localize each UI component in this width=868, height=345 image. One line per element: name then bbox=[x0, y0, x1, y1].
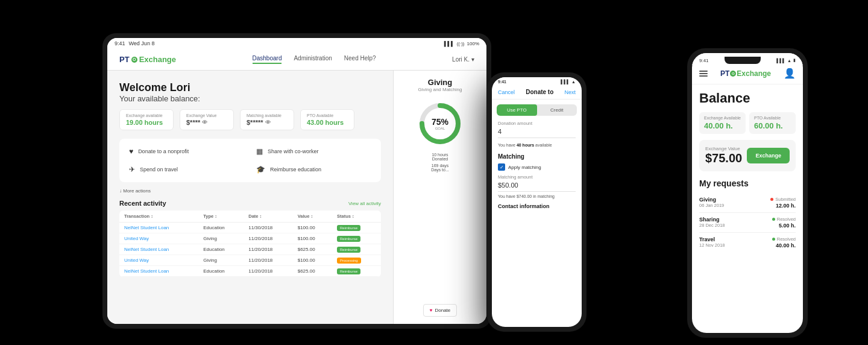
matching-available-label: Matching available bbox=[247, 113, 288, 118]
phone2-exchange-available-label: Exchange Available bbox=[704, 116, 741, 120]
request-title: Sharing bbox=[699, 217, 725, 223]
eye-icon-2[interactable]: 👁 bbox=[265, 119, 271, 125]
exchange-button[interactable]: Exchange bbox=[747, 148, 790, 163]
transaction-type: Education bbox=[198, 223, 244, 233]
phone2-device: 9:41 ▌▌▌ ▲ ▮ PTOExchange 👤 Balance bbox=[687, 48, 808, 338]
transaction-type: Education bbox=[198, 266, 244, 277]
transaction-name[interactable]: United Way bbox=[119, 233, 198, 244]
col-status[interactable]: Status ↕ bbox=[332, 210, 381, 223]
phone2-logo-exchange: Exchange bbox=[737, 69, 771, 78]
action-donate[interactable]: ♥ Donate to a nonprofit bbox=[124, 144, 249, 159]
transaction-type: Education bbox=[198, 244, 244, 255]
tablet-time-date: 9:41 Wed Jun 8 bbox=[115, 40, 154, 46]
donate-to-title: Donate to bbox=[526, 89, 553, 95]
apply-matching-label: Apply matching bbox=[508, 165, 541, 170]
transaction-status: Reimburse bbox=[332, 233, 381, 244]
battery-level: 100% bbox=[467, 41, 479, 46]
tablet-time: 9:41 bbox=[115, 40, 125, 46]
apply-matching-row: ✓ Apply matching bbox=[498, 163, 576, 171]
heart-icon: ♥ bbox=[129, 147, 133, 156]
transaction-date: 11/30/2018 bbox=[244, 223, 292, 233]
table-row: NelNet Student Loan Education 11/20/2018… bbox=[119, 266, 381, 277]
phone1-tabs: Use PTO Credit bbox=[497, 104, 577, 116]
my-requests-title: My requests bbox=[699, 179, 796, 188]
transaction-name[interactable]: NelNet Student Loan bbox=[119, 244, 198, 255]
transaction-status: Processing bbox=[332, 255, 381, 266]
pto-available-label: PTO Available bbox=[307, 113, 348, 118]
request-left: Travel 12 Nov 2018 bbox=[699, 236, 725, 248]
request-title: Travel bbox=[699, 236, 725, 242]
tab-use-pto[interactable]: Use PTO bbox=[497, 104, 537, 116]
wifi-icon-p2: ▲ bbox=[787, 59, 791, 63]
transaction-name[interactable]: United Way bbox=[119, 255, 198, 266]
transaction-value: $625.00 bbox=[293, 244, 332, 255]
table-row: NelNet Student Loan Education 11/20/2018… bbox=[119, 244, 381, 255]
logo-exchange: Exchange bbox=[139, 55, 176, 64]
giving-title: Giving bbox=[428, 78, 452, 87]
travel-icon: ✈ bbox=[129, 165, 135, 174]
tablet-nav-links: Dashboard Administration Need Help? bbox=[194, 55, 434, 64]
hamburger-menu[interactable] bbox=[699, 71, 708, 77]
status-dot bbox=[772, 238, 775, 241]
share-icon: ▦ bbox=[256, 147, 263, 156]
eye-icon[interactable]: 👁 bbox=[202, 119, 207, 125]
nav-administration[interactable]: Administration bbox=[294, 55, 332, 64]
days-info: 169 days Days to... bbox=[431, 163, 449, 172]
transaction-date: 11/20/2018 bbox=[244, 255, 292, 266]
transaction-type: Giving bbox=[198, 255, 244, 266]
tablet-nav-user[interactable]: Lori K. ▾ bbox=[452, 56, 474, 63]
next-button[interactable]: Next bbox=[564, 89, 576, 95]
phone1-device: 9:41 ▌▌▌ ▲ Cancel Donate to Next Use PTO… bbox=[487, 72, 587, 332]
request-date: 28 Dec 2018 bbox=[699, 223, 725, 228]
transaction-name[interactable]: NelNet Student Loan bbox=[119, 266, 198, 277]
nav-help[interactable]: Need Help? bbox=[344, 55, 376, 64]
donation-amount-value[interactable]: 4 bbox=[498, 128, 576, 138]
hamburger-line-3 bbox=[699, 75, 708, 77]
phone2-pto-available-value: 60.00 h. bbox=[754, 121, 791, 130]
col-type[interactable]: Type ↕ bbox=[198, 210, 244, 223]
action-share[interactable]: ▦ Share with co-worker bbox=[251, 144, 376, 159]
available-hours-text: You have 40 hours available bbox=[498, 143, 576, 147]
phone2-nav: PTOExchange 👤 bbox=[692, 65, 803, 84]
action-travel-label: Spend on travel bbox=[140, 166, 178, 172]
nav-dashboard[interactable]: Dashboard bbox=[253, 55, 282, 64]
transaction-value: $625.00 bbox=[293, 266, 332, 277]
donated-info: 10 hours Donated bbox=[432, 153, 448, 161]
action-education[interactable]: 🎓 Reimburse education bbox=[251, 162, 376, 177]
col-transaction[interactable]: Transaction ↕ bbox=[119, 210, 198, 223]
action-travel[interactable]: ✈ Spend on travel bbox=[124, 162, 249, 177]
status-label: Resolved bbox=[777, 236, 796, 242]
request-left: Sharing 28 Dec 2018 bbox=[699, 217, 725, 228]
exchange-available-card: Exchange available 19.00 hours bbox=[119, 109, 174, 130]
phone2-screen: 9:41 ▌▌▌ ▲ ▮ PTOExchange 👤 Balance bbox=[692, 53, 803, 333]
phone2-exchange-value-section: Exchange Value $75.00 Exchange bbox=[699, 140, 796, 171]
balance-heading: Balance bbox=[699, 90, 796, 106]
more-actions[interactable]: ↓ More actions bbox=[119, 188, 381, 194]
donut-label: 75% GOAL bbox=[432, 117, 448, 130]
transaction-name[interactable]: NelNet Student Loan bbox=[119, 223, 198, 233]
col-value[interactable]: Value ↕ bbox=[293, 210, 332, 223]
view-all-link[interactable]: View all activity bbox=[348, 201, 381, 206]
tab-credit[interactable]: Credit bbox=[537, 104, 577, 116]
phone2-exchange-value-amount: $75.00 bbox=[705, 151, 742, 165]
col-date[interactable]: Date ↕ bbox=[244, 210, 292, 223]
tablet-nav: PTOExchange Dashboard Administration Nee… bbox=[107, 49, 486, 71]
table-row: United Way Giving 11/20/2018 $100.00 Rei… bbox=[119, 233, 381, 244]
exchange-value-card: Exchange Value $**** 👁 bbox=[180, 109, 234, 130]
phone1-header: Cancel Donate to Next bbox=[492, 85, 582, 100]
apply-matching-checkbox[interactable]: ✓ bbox=[498, 163, 505, 171]
request-amount: 40.00 h. bbox=[772, 242, 796, 248]
tablet-balance-cards: Exchange available 19.00 hours Exchange … bbox=[119, 109, 381, 130]
matching-section: Matching ✓ Apply matching Matching amoun… bbox=[498, 153, 576, 209]
balance-label: Your available balance: bbox=[119, 94, 381, 103]
transaction-status: Reimburse bbox=[332, 244, 381, 255]
matching-available-card: Matching available $***** 👁 bbox=[240, 109, 294, 130]
action-donate-label: Donate to a nonprofit bbox=[138, 148, 189, 154]
phone2-logo-pto: PT bbox=[720, 69, 729, 78]
user-profile-icon[interactable]: 👤 bbox=[784, 68, 796, 79]
transaction-date: 11/20/2018 bbox=[244, 266, 292, 277]
request-date: 06 Jan 2019 bbox=[699, 203, 724, 208]
transaction-value: $100.00 bbox=[293, 223, 332, 233]
cancel-button[interactable]: Cancel bbox=[498, 89, 515, 95]
donate-button[interactable]: ♥ Donate bbox=[423, 304, 458, 317]
